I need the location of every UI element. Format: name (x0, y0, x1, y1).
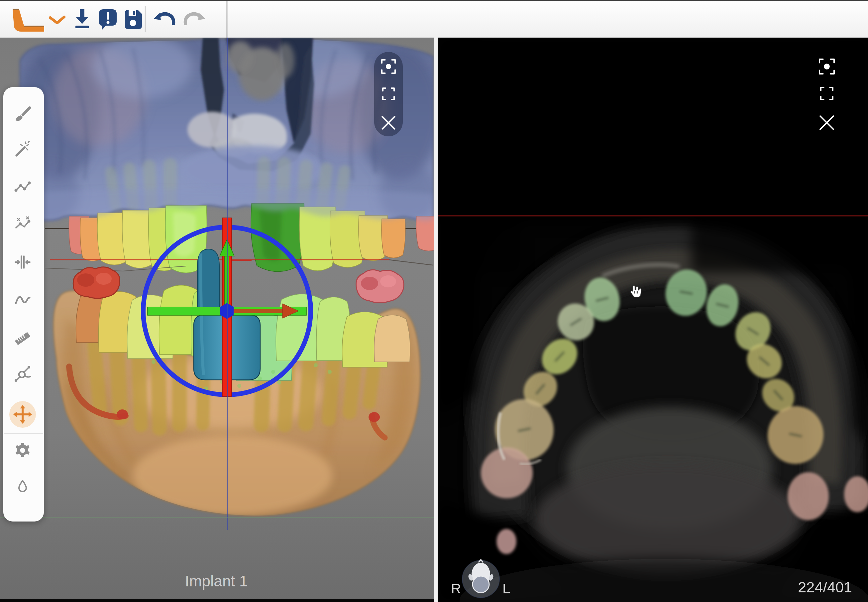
svg-text:224/401: 224/401 (798, 579, 852, 596)
svg-text:Implant 1: Implant 1 (185, 573, 248, 590)
svg-text:L: L (502, 581, 510, 596)
svg-text:R: R (451, 581, 461, 596)
